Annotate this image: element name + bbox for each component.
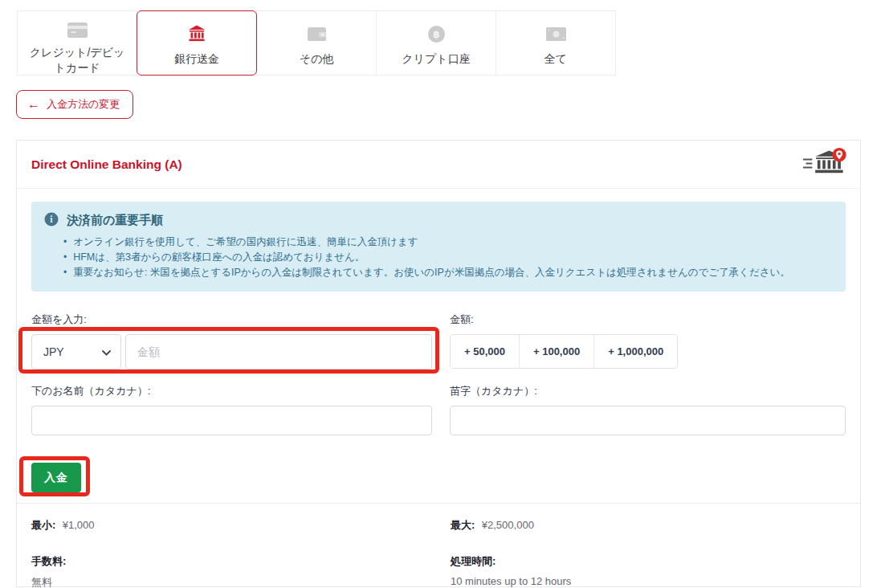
pre-payment-notice: i 決済前の重要手順 オンライン銀行を使用して、ご希望の国内銀行に迅速、簡単に入… — [31, 202, 846, 292]
tab-bank-transfer[interactable]: 銀行送金 — [137, 10, 257, 76]
last-name-katakana-input[interactable] — [450, 406, 846, 435]
quick-amount-button-1000000[interactable]: + 1,000,000 — [594, 335, 677, 368]
quick-amount-button-50000[interactable]: + 50,000 — [451, 335, 519, 368]
first-name-katakana-input[interactable] — [31, 406, 432, 435]
tab-label: その他 — [293, 51, 341, 67]
tab-crypto-account[interactable]: ฿ クリプト口座 — [376, 10, 496, 76]
min-label: 最小: — [31, 519, 55, 531]
deposit-submit-button[interactable]: 入金 — [31, 463, 81, 492]
deposit-form: 金額を入力: JPY 金額: + 50,000 + 100,000 — [17, 312, 860, 492]
tab-label: 全て — [538, 51, 573, 67]
currency-select-value: JPY — [43, 345, 64, 358]
back-arrow-icon: ← — [27, 98, 40, 111]
back-button-label: 入金方法の変更 — [47, 97, 120, 112]
chevron-down-icon — [102, 345, 111, 358]
bitcoin-icon: ฿ — [427, 22, 446, 46]
tab-label: クレジット/デビットカード — [18, 45, 137, 76]
bank-location-icon — [801, 147, 847, 182]
panel-title: Direct Online Banking (A) — [31, 157, 182, 172]
fee-label: 手数料: — [31, 554, 451, 569]
processing-time-value: 10 minutes up to 12 hours — [451, 575, 846, 587]
payment-method-tabs: クレジット/デビットカード 銀行送金 その他 ฿ クリプト口座 全て — [17, 10, 877, 76]
credit-card-icon — [67, 22, 88, 39]
tab-all[interactable]: 全て — [496, 10, 616, 76]
max-label: 最大: — [451, 519, 475, 531]
tab-label: 銀行送金 — [168, 51, 226, 67]
panel-header: Direct Online Banking (A) — [17, 141, 860, 189]
notice-bullet-list: オンライン銀行を使用して、ご希望の国内銀行に迅速、簡単に入金頂けます HFMは、… — [63, 235, 833, 280]
tab-other[interactable]: その他 — [256, 10, 377, 76]
notice-bullet: オンライン銀行を使用して、ご希望の国内銀行に迅速、簡単に入金頂けます — [63, 235, 833, 250]
limits-section: 最小: ¥1,000 最大: ¥2,500,000 手数料: 無料 処理時間: … — [17, 504, 860, 588]
min-value: ¥1,000 — [63, 519, 95, 531]
wallet-icon — [307, 22, 327, 46]
quick-amount-group: + 50,000 + 100,000 + 1,000,000 — [450, 334, 678, 369]
tab-label: クリプト口座 — [395, 51, 476, 67]
fee-value: 無料 — [31, 575, 451, 588]
notice-bullet: HFMは、第3者からの顧客様口座への入金は認めておりません。 — [63, 250, 833, 265]
tab-credit-debit-card[interactable]: クレジット/デビットカード — [17, 10, 137, 76]
quick-amount-label: 金額: — [450, 312, 846, 327]
change-deposit-method-button[interactable]: ← 入金方法の変更 — [16, 90, 133, 119]
amount-input[interactable] — [125, 334, 432, 370]
amount-entry-label: 金額を入力: — [31, 312, 432, 327]
info-icon: i — [44, 212, 59, 229]
notice-heading: 決済前の重要手順 — [67, 213, 163, 228]
banknote-icon — [545, 22, 567, 46]
last-name-label: 苗字（カタカナ）: — [450, 384, 846, 398]
currency-select[interactable]: JPY — [31, 334, 121, 370]
deposit-panel: Direct Online Banking (A) — [16, 140, 861, 587]
max-value: ¥2,500,000 — [482, 519, 534, 531]
notice-bullet: 重要なお知らせ: 米国を拠点とするIPからの入金は制限されています。お使いのIP… — [63, 265, 833, 280]
bank-icon — [187, 22, 206, 46]
processing-time-label: 処理時間: — [451, 554, 846, 569]
quick-amount-button-100000[interactable]: + 100,000 — [519, 335, 594, 368]
svg-text:฿: ฿ — [433, 29, 439, 40]
first-name-label: 下のお名前（カタカナ）: — [31, 384, 432, 398]
amount-fields: JPY — [31, 334, 432, 370]
